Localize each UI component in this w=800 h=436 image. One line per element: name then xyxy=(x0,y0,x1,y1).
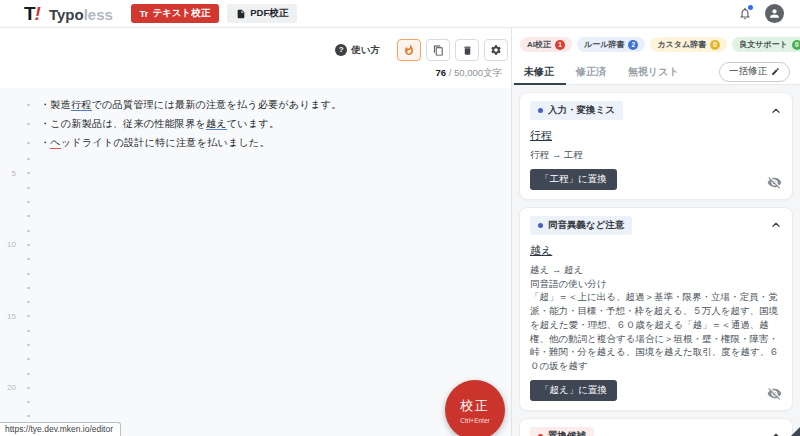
category-dot-icon xyxy=(538,108,543,113)
card-footer: 「超え」に置換 xyxy=(530,380,782,401)
notifications-bell-icon[interactable] xyxy=(738,6,752,21)
delete-button[interactable] xyxy=(455,39,479,61)
line-marker-icon xyxy=(16,358,40,360)
copy-icon xyxy=(433,45,444,56)
tab-ignored[interactable]: 無視リスト xyxy=(628,59,679,84)
suggestion-card: 同音異義など注意越え越え → 超え同音語の使い分け「超」＝＜上に出る、超過＞基準… xyxy=(519,207,793,411)
suggestion-text: 「超」＝＜上に出る、超過＞基準・限界・立場・定員・党派・能力・目標・予想・枠を超… xyxy=(530,290,782,373)
line-marker-icon xyxy=(16,142,40,144)
help-label: 使い方 xyxy=(351,44,380,57)
filter-custom[interactable]: カスタム辞書0 xyxy=(650,37,727,52)
trash-icon xyxy=(462,45,473,56)
editor-line xyxy=(0,181,511,195)
brand-bold: Typo xyxy=(49,6,84,23)
editor-line: 10 xyxy=(0,238,511,252)
editor-line xyxy=(0,295,511,309)
line-marker-icon xyxy=(16,123,40,125)
flame-icon xyxy=(403,44,415,56)
suggestion-card: 置換候補・ヘッドライトの設計に…「へ」に置換 xyxy=(519,418,793,436)
card-header: 同音異義など注意 xyxy=(530,216,782,235)
tab-unfixed[interactable]: 未修正 xyxy=(524,59,554,84)
text-segment: ・ xyxy=(40,137,50,148)
ai-proof-mode-button[interactable] xyxy=(397,39,421,61)
flagged-word-link[interactable]: 越え xyxy=(530,243,552,258)
edit-pen-icon xyxy=(771,67,780,76)
text-segment: ています。 xyxy=(227,118,279,129)
text-proof-label: テキスト校正 xyxy=(152,7,210,20)
editor-text[interactable]: ・製造行程での品質管理には最新の注意を払う必要があります。 xyxy=(40,98,342,112)
line-number: 15 xyxy=(0,312,16,321)
filter-count-badge: 2 xyxy=(628,40,638,50)
tab-fixed[interactable]: 修正済 xyxy=(576,59,606,84)
category-chip: 同音異義など注意 xyxy=(530,216,632,235)
bulk-fix-label: 一括修正 xyxy=(729,65,767,78)
line-marker-icon xyxy=(16,401,40,403)
suggestion-text: 同音語の使い分け xyxy=(530,277,782,291)
filter-label: ルール辞書 xyxy=(584,39,624,50)
suggestion-card: 入力・変換ミス行程行程 → 工程「工程」に置換 xyxy=(519,92,793,200)
line-marker-icon xyxy=(16,373,40,375)
filter-support[interactable]: 良文サポート0 xyxy=(732,37,800,52)
editor-line xyxy=(0,266,511,280)
category-label: 同音異義など注意 xyxy=(548,219,624,232)
replace-button[interactable]: 「工程」に置換 xyxy=(530,169,617,190)
chevron-up-icon[interactable] xyxy=(770,430,782,436)
card-header: 入力・変換ミス xyxy=(530,101,782,120)
link-preview-statusbar: https://tye.dev.mken.io/editor xyxy=(0,422,121,436)
line-number: 10 xyxy=(0,240,16,249)
editor-text[interactable]: ・この新製品は、従来の性能限界を越えています。 xyxy=(40,117,279,131)
line-marker-icon xyxy=(16,230,40,232)
copy-button[interactable] xyxy=(426,39,450,61)
toolbar-buttons-row: ? 使い方 xyxy=(0,39,508,61)
char-count: 76 / 50,000文字 xyxy=(0,61,508,80)
text-segment: ・この新製品は、従来の性能限界を xyxy=(40,118,206,129)
user-avatar[interactable] xyxy=(765,4,784,23)
filters-row: AI校正1ルール辞書2カスタム辞書0良文サポート0炎上リスク0 xyxy=(512,28,800,59)
settings-button[interactable] xyxy=(484,39,508,61)
line-number: 5 xyxy=(0,169,16,178)
category-chip: 置換候補 xyxy=(530,427,594,436)
editor-text[interactable]: ・ヘッドライトの設計に特に注意を払いました。 xyxy=(40,136,270,150)
line-marker-icon xyxy=(16,415,40,417)
suggestion-text: 行程 → 工程 xyxy=(530,148,782,162)
line-marker-icon xyxy=(16,215,40,217)
header-right xyxy=(738,4,800,23)
filter-ai[interactable]: AI校正1 xyxy=(520,37,572,52)
chevron-up-icon[interactable] xyxy=(770,219,782,231)
category-chip: 入力・変換ミス xyxy=(530,101,623,120)
line-marker-icon xyxy=(16,330,40,332)
line-marker-icon xyxy=(16,201,40,203)
logo-t-glyph: T xyxy=(24,3,35,25)
typoless-logo[interactable]: T ! Typoless xyxy=(24,3,113,25)
text-segment: での品質管理には最新の注意を払う必要があります。 xyxy=(92,99,342,110)
flagged-text: 行程 xyxy=(71,99,92,111)
editor-line xyxy=(0,395,511,409)
bulk-fix-button[interactable]: 一括修正 xyxy=(719,62,790,82)
replace-button[interactable]: 「超え」に置換 xyxy=(530,380,617,401)
help-link[interactable]: ? 使い方 xyxy=(335,44,380,57)
suggestion-text: 越え → 超え xyxy=(530,263,782,277)
text-proof-button[interactable]: Tr テキスト校正 xyxy=(131,4,219,23)
proofread-button[interactable]: 校正 Ctrl+Enter xyxy=(445,380,505,436)
flagged-text: ヘ xyxy=(50,137,61,149)
gear-icon xyxy=(490,44,502,56)
category-label: 置換候補 xyxy=(548,430,586,436)
filter-label: 良文サポート xyxy=(739,39,788,50)
text-editor[interactable]: ・製造行程での品質管理には最新の注意を払う必要があります。・この新製品は、従来の… xyxy=(0,88,511,436)
brand-name: Typoless xyxy=(49,6,113,23)
ignore-eye-off-icon[interactable] xyxy=(767,386,782,401)
editor-line: ・製造行程での品質管理には最新の注意を払う必要があります。 xyxy=(0,95,511,114)
line-marker-icon xyxy=(16,172,40,174)
flagged-word-link[interactable]: 行程 xyxy=(530,128,552,143)
text-segment: ッドライトの設計に特に注意を払いました。 xyxy=(61,137,270,148)
ignore-eye-off-icon[interactable] xyxy=(767,175,782,190)
line-marker-icon xyxy=(16,344,40,346)
filter-rule[interactable]: ルール辞書2 xyxy=(577,37,645,52)
card-header: 置換候補 xyxy=(530,427,782,436)
chevron-up-icon[interactable] xyxy=(770,105,782,117)
editor-line xyxy=(0,195,511,209)
editor-line xyxy=(0,324,511,338)
resize-handle[interactable] xyxy=(791,427,800,436)
pdf-proof-button[interactable]: PDF校正 xyxy=(227,4,297,23)
app-header: T ! Typoless Tr テキスト校正 PDF校正 xyxy=(0,0,800,28)
